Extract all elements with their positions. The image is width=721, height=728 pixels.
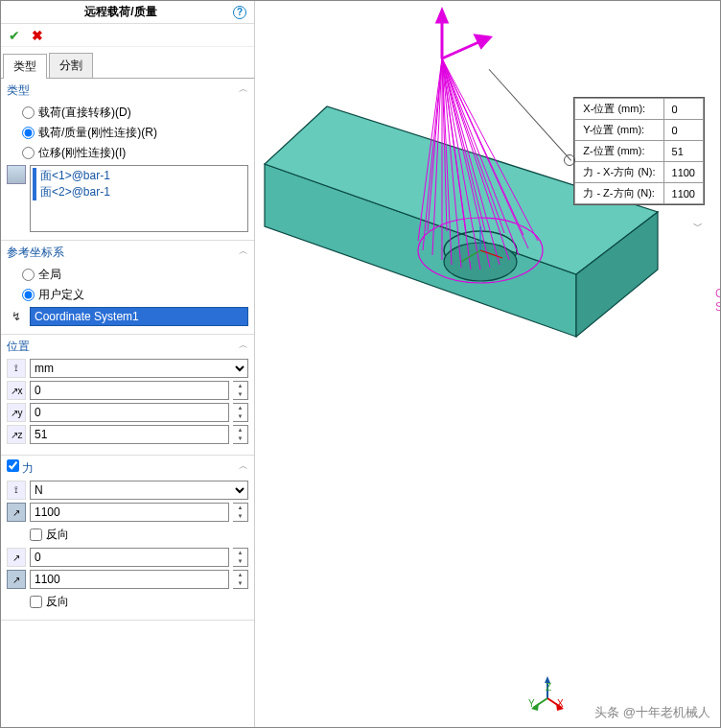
info-y-val[interactable]: 0 [663,120,703,141]
z-axis-icon[interactable]: ↗z [7,425,26,444]
chevron-down-icon[interactable]: ﹀ [693,220,703,233]
ok-icon[interactable]: ✔ [9,28,20,43]
list-item[interactable]: 面<2>@bar-1 [33,184,245,200]
tabs: 类型 分割 [1,47,254,79]
watermark: 头条 @十年老机械人 [594,704,710,721]
scroll-area[interactable]: 类型 ︿ 载荷(直接转移)(D) 载荷/质量(刚性连接)(R) 位移(刚性连接)… [1,79,254,727]
unit-icon[interactable]: ⟟ [7,359,26,378]
reverse-fx[interactable]: 反向 [7,525,248,545]
fz-icon[interactable]: ↗ [7,570,26,589]
info-fx-val[interactable]: 1100 [663,162,703,183]
radio-rigid-disp[interactable]: 位移(刚性连接)(I) [7,143,248,163]
cancel-icon[interactable]: ✖ [32,28,43,43]
fz-input[interactable] [30,570,229,589]
section-title-type: 类型 [7,82,248,99]
chevron-up-icon[interactable]: ︿ [239,245,248,258]
force-unit-select[interactable]: N [30,481,248,500]
spinner[interactable]: ▲▼ [233,503,248,522]
cs-label-3d: Coordinate System1 [715,287,721,314]
panel-header: 远程载荷/质量 ? [1,1,254,24]
info-z-val[interactable]: 51 [663,141,703,162]
view-triad: Z X Y [528,674,567,713]
section-title-force: 力 [7,459,248,477]
section-cs: 参考坐标系 ︿ 全局 用户定义 ↯ Coordinate System1 [1,241,254,335]
z-position-input[interactable] [30,425,229,444]
svg-marker-29 [476,35,490,47]
fx-input[interactable] [30,503,229,522]
cs-selection[interactable]: Coordinate System1 [30,307,248,326]
radio-direct-transfer[interactable]: 载荷(直接转移)(D) [7,103,248,123]
info-x-label: X-位置 (mm): [575,99,663,120]
y-position-input[interactable] [30,403,229,422]
triad-x: X [557,698,564,709]
info-x-val[interactable]: 0 [663,99,703,120]
callout-target [564,154,573,164]
section-title-position: 位置 [7,339,248,355]
info-fz-label: 力 - Z-方向 (N): [575,183,663,204]
info-fz-val[interactable]: 1100 [663,183,703,204]
spinner[interactable]: ▲▼ [233,570,248,589]
viewport-3d[interactable]: Coordinate System1 X-位置 (mm):0 Y-位置 (mm)… [255,1,720,727]
reverse-fz[interactable]: 反向 [7,592,248,612]
svg-marker-27 [437,11,447,22]
y-axis-icon[interactable]: ↗y [7,403,26,422]
info-callout[interactable]: X-位置 (mm):0 Y-位置 (mm):0 Z-位置 (mm):51 力 -… [573,97,705,205]
tab-type[interactable]: 类型 [3,54,47,79]
chevron-up-icon[interactable]: ︿ [239,459,248,473]
info-y-label: Y-位置 (mm): [575,120,663,141]
info-z-label: Z-位置 (mm): [575,141,663,162]
unit-icon[interactable]: ⟟ [7,481,26,500]
section-title-cs: 参考坐标系 [7,245,248,261]
spinner[interactable]: ▲▼ [233,425,248,444]
triad-y: Y [528,698,535,709]
spinner[interactable]: ▲▼ [233,403,248,422]
tab-split[interactable]: 分割 [49,53,93,78]
x-position-input[interactable] [30,381,229,400]
fy-input[interactable] [30,548,229,567]
radio-rigid-load[interactable]: 载荷/质量(刚性连接)(R) [7,123,248,143]
triad-z: Z [546,682,551,693]
chevron-up-icon[interactable]: ︿ [239,82,248,96]
face-select-icon[interactable] [7,165,26,184]
confirm-row: ✔ ✖ [1,24,254,47]
unit-select[interactable]: mm [30,359,248,378]
radio-global[interactable]: 全局 [7,265,248,285]
section-force: 力 ︿ ⟟ N ↗ ▲▼ 反向 ↗ ▲▼ ↗ ▲▼ 反向 [1,456,254,621]
info-fx-label: 力 - X-方向 (N): [575,162,663,183]
spinner[interactable]: ▲▼ [233,548,248,567]
spinner[interactable]: ▲▼ [233,381,248,400]
chevron-up-icon[interactable]: ︿ [239,339,248,352]
radio-user[interactable]: 用户定义 [7,285,248,305]
cs-icon[interactable]: ↯ [7,307,26,326]
list-item[interactable]: 面<1>@bar-1 [33,168,245,184]
section-position: 位置 ︿ ⟟ mm ↗x ▲▼ ↗y ▲▼ ↗z ▲▼ [1,335,254,456]
section-type: 类型 ︿ 载荷(直接转移)(D) 载荷/质量(刚性连接)(R) 位移(刚性连接)… [1,79,254,241]
panel-title: 远程载荷/质量 [9,4,233,20]
x-axis-icon[interactable]: ↗x [7,381,26,400]
help-icon[interactable]: ? [233,6,246,19]
fx-icon[interactable]: ↗ [7,503,26,522]
fy-icon[interactable]: ↗ [7,548,26,567]
property-panel: 远程载荷/质量 ? ✔ ✖ 类型 分割 类型 ︿ 载荷(直接转移)(D) 载荷/… [1,1,255,727]
force-enable-checkbox[interactable] [7,459,19,472]
face-list[interactable]: 面<1>@bar-1 面<2>@bar-1 [30,165,248,232]
